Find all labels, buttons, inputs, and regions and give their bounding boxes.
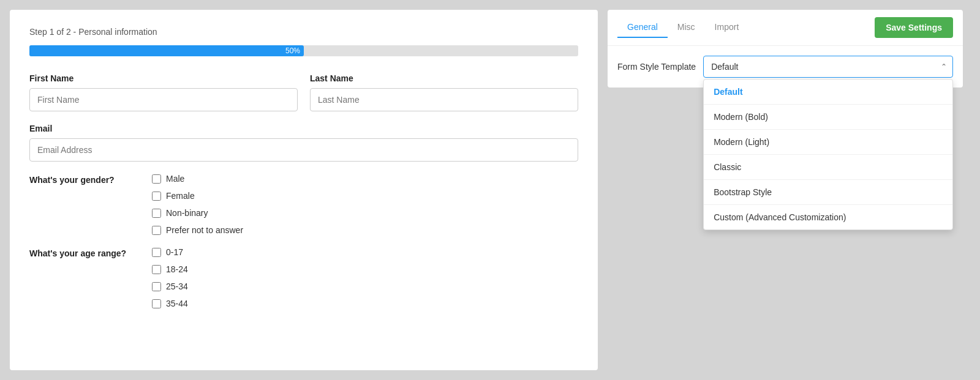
age-checkbox-25-34[interactable]: [152, 282, 161, 291]
email-group: Email: [29, 124, 578, 162]
age-range-options: 0-17 18-24 25-34 35-44: [152, 247, 188, 308]
step-label: Step 1 of 2 - Personal information: [29, 27, 578, 37]
last-name-group: Last Name: [310, 73, 578, 111]
age-option-18-24[interactable]: 18-24: [152, 264, 188, 274]
tab-misc[interactable]: Misc: [668, 17, 705, 38]
gender-checkbox-prefer-not[interactable]: [152, 226, 161, 235]
email-label: Email: [29, 124, 578, 133]
progress-bar: 50%: [29, 45, 578, 56]
settings-header: General Misc Import Save Settings: [608, 10, 963, 46]
progress-bar-fill: 50%: [29, 45, 304, 56]
settings-body: Form Style Template Default ⌃ Default Mo…: [608, 46, 963, 88]
dropdown-selected-value: Default: [711, 62, 738, 72]
age-label-25-34: 25-34: [166, 281, 188, 291]
gender-section: What's your gender? Male Female Non-bina…: [29, 174, 578, 235]
gender-checkbox-female[interactable]: [152, 192, 161, 201]
age-label-35-44: 35-44: [166, 299, 188, 308]
age-label-18-24: 18-24: [166, 264, 188, 274]
last-name-input[interactable]: [310, 88, 578, 111]
form-panel: Step 1 of 2 - Personal information 50% F…: [10, 10, 598, 370]
gender-label-female: Female: [166, 191, 195, 201]
age-option-25-34[interactable]: 25-34: [152, 281, 188, 291]
tab-general[interactable]: General: [617, 17, 668, 38]
gender-label-nonbinary: Non-binary: [166, 208, 208, 218]
first-name-group: First Name: [29, 73, 298, 111]
template-option-bootstrap[interactable]: Bootstrap Style: [704, 179, 952, 204]
template-option-modern-bold[interactable]: Modern (Bold): [704, 104, 952, 129]
template-dropdown-menu: Default Modern (Bold) Modern (Light) Cla…: [703, 79, 953, 230]
form-style-dropdown-wrapper: Default ⌃ Default Modern (Bold) Modern (…: [703, 56, 953, 78]
settings-panel: General Misc Import Save Settings Form S…: [608, 10, 963, 88]
template-option-custom[interactable]: Custom (Advanced Customization): [704, 204, 952, 229]
gender-option-male[interactable]: Male: [152, 174, 243, 184]
gender-label-male: Male: [166, 174, 184, 184]
gender-option-prefer-not[interactable]: Prefer not to answer: [152, 225, 243, 235]
age-range-question-label: What's your age range?: [29, 247, 152, 308]
gender-option-female[interactable]: Female: [152, 191, 243, 201]
age-label-0-17: 0-17: [166, 247, 183, 257]
gender-label-prefer-not: Prefer not to answer: [166, 225, 243, 235]
first-name-label: First Name: [29, 73, 298, 83]
email-input[interactable]: [29, 138, 578, 162]
age-option-35-44[interactable]: 35-44: [152, 299, 188, 308]
age-checkbox-18-24[interactable]: [152, 265, 161, 274]
gender-checkbox-male[interactable]: [152, 174, 161, 184]
gender-question-label: What's your gender?: [29, 174, 152, 235]
age-range-section: What's your age range? 0-17 18-24 25-34 …: [29, 247, 578, 308]
form-style-label: Form Style Template: [617, 62, 696, 72]
name-row: First Name Last Name: [29, 73, 578, 111]
last-name-label: Last Name: [310, 73, 578, 83]
age-checkbox-0-17[interactable]: [152, 248, 161, 257]
save-settings-button[interactable]: Save Settings: [875, 17, 953, 38]
template-option-default[interactable]: Default: [704, 80, 952, 104]
tab-import[interactable]: Import: [705, 17, 749, 38]
first-name-input[interactable]: [29, 88, 298, 111]
template-option-classic[interactable]: Classic: [704, 154, 952, 179]
gender-option-nonbinary[interactable]: Non-binary: [152, 208, 243, 218]
template-option-modern-light[interactable]: Modern (Light): [704, 129, 952, 154]
gender-checkbox-nonbinary[interactable]: [152, 209, 161, 218]
progress-label: 50%: [285, 47, 300, 55]
age-option-0-17[interactable]: 0-17: [152, 247, 188, 257]
age-checkbox-35-44[interactable]: [152, 299, 161, 308]
gender-options: Male Female Non-binary Prefer not to ans…: [152, 174, 243, 235]
form-style-dropdown[interactable]: Default: [703, 56, 953, 78]
